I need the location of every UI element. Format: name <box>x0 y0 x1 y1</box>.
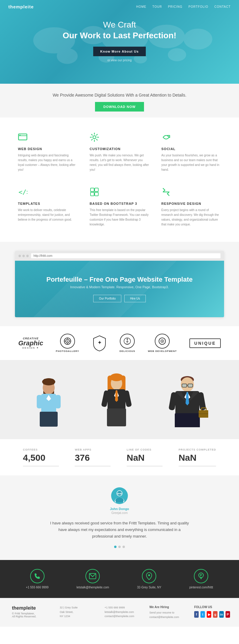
social-pinterest[interactable]: P <box>226 611 230 618</box>
nav-contact[interactable]: CONTACT <box>214 5 231 8</box>
svg-rect-31 <box>37 395 42 408</box>
responsive-icon <box>161 187 221 199</box>
testimonial-dot-3[interactable] <box>122 546 125 548</box>
svg-rect-62 <box>117 493 119 494</box>
svg-point-61 <box>115 498 124 502</box>
hire-us-btn[interactable]: Hire Us <box>124 295 145 302</box>
svg-rect-52 <box>175 413 200 427</box>
features-section: WEB DESIGN Intriguing web designs and fa… <box>0 117 239 242</box>
svg-text:✦: ✦ <box>97 340 102 346</box>
portfolio-section: http://frittt.com Portefeuille – Free On… <box>0 242 239 326</box>
pinterest-icon: P <box>194 569 208 583</box>
svg-rect-6 <box>95 188 98 192</box>
browser-frame: http://frittt.com Portefeuille – Free On… <box>15 251 224 317</box>
portfolio-buttons: Our Portfolio Hire Us <box>24 295 215 302</box>
testimonial-dots <box>30 546 209 548</box>
feature-social: SOCIAL As your business flourishes, we g… <box>158 129 224 175</box>
nav-tour[interactable]: TOUR <box>152 5 162 8</box>
brand-creative: CREATIVE Graphic DESIGN ✦ <box>18 337 43 349</box>
stat-value-projects: NaN <box>179 453 216 463</box>
brand-photogallery: PHOTOGALLERY <box>56 334 79 352</box>
testimonial-site: Greejat.com <box>30 511 209 515</box>
team-section <box>0 360 239 439</box>
svg-text:P: P <box>200 573 202 577</box>
social-twitter[interactable]: t <box>200 611 205 618</box>
stat-label-webapps: WEB APPS <box>75 448 111 451</box>
location-icon <box>142 569 156 583</box>
svg-rect-7 <box>91 192 94 196</box>
webdev-label: WEB DEVELOPMENT <box>148 350 177 352</box>
browser-bar: http://frittt.com <box>15 251 224 261</box>
social-linkedin[interactable]: in <box>219 611 224 618</box>
social-youtube[interactable]: ▶ <box>207 611 211 618</box>
portfolio-btn[interactable]: Our Portfolio <box>93 295 121 302</box>
stat-value-coffees: 4,500 <box>23 453 59 463</box>
nav-pricing[interactable]: PRICING <box>168 5 183 8</box>
stat-label-loc: LINE OF CODES <box>127 448 163 451</box>
feature-desc-responsive: Every project begins with a round of res… <box>161 208 221 227</box>
contact-email-label: letstalk@thempleite.com <box>76 586 109 589</box>
contact-email: letstalk@thempleite.com <box>76 569 109 589</box>
footer-address-text: 32 | Grey SuiteOak Street,NY 1234 <box>60 605 96 618</box>
browser-dot-1 <box>19 255 21 257</box>
svg-rect-32 <box>55 395 61 408</box>
tagline-text: We Provide Awesome Digital Solutions Wit… <box>12 93 227 97</box>
testimonial-section: John Dongo Greejat.com I have always rec… <box>0 475 239 560</box>
svg-rect-39 <box>107 408 126 426</box>
web-design-icon <box>18 132 78 144</box>
hero-content: We Craft Our Work to Last Perfection! Kn… <box>63 19 177 62</box>
social-facebook[interactable]: f <box>194 611 199 618</box>
contact-phone: +1 555 666 9999 <box>26 569 48 589</box>
feature-title-responsive: RESPONSIVE DESIGN <box>161 202 221 205</box>
webdev-icon <box>155 334 170 349</box>
feature-customization: CUSTOMIZATION We push. We make you nervo… <box>87 129 152 175</box>
browser-url: http://frittt.com <box>31 253 220 258</box>
browser-dot-2 <box>22 255 25 257</box>
brands-section: CREATIVE Graphic DESIGN ✦ PHOTOGALLERY ✦… <box>0 326 239 360</box>
nav-logo: thempleite <box>8 4 34 9</box>
testimonial-text: I have always received good service from… <box>48 520 191 540</box>
brand-unique: UNIQUE <box>189 338 220 348</box>
stat-label-coffees: COFFEES <box>23 448 59 451</box>
hero-headline: We Craft Our Work to Last Perfection! <box>63 19 177 41</box>
footer-hiring-text: Send your resume tocontact@thempleite.co… <box>149 611 185 619</box>
hero-pricing-link[interactable]: or view our pricing <box>63 59 177 62</box>
avatar-woman1 <box>31 376 67 427</box>
footer-copyright: © Frittt Templateer, All Rights Reserved… <box>12 612 51 618</box>
footer-hiring-title: We Are Hiring <box>149 605 185 609</box>
download-button[interactable]: DOWNLOAD NOW <box>95 102 144 112</box>
social-googleplus[interactable]: g <box>213 611 217 618</box>
svg-point-12 <box>67 341 68 342</box>
stat-label-projects: PROJECTS COMPLETED <box>179 448 216 451</box>
nav-home[interactable]: HOME <box>136 5 146 8</box>
browser-content: Portefeuille – Free One Page Website Tem… <box>15 261 224 317</box>
feature-desc-customization: We push. We make you nervous. We get res… <box>90 153 149 172</box>
svg-point-35 <box>110 373 123 381</box>
feature-desc-bootstrap: This free template is based on the popul… <box>90 208 149 227</box>
feature-title-social: SOCIAL <box>161 147 221 151</box>
bootstrap-icon <box>90 187 149 199</box>
team-member-1 <box>31 376 67 427</box>
tagline-section: We Provide Awesome Digital Solutions Wit… <box>0 84 239 117</box>
svg-rect-30 <box>40 412 58 427</box>
social-icon <box>161 132 221 144</box>
feature-desc-templates: We work to deliver results, celebrate en… <box>18 208 78 222</box>
brand-webdev: WEB DEVELOPMENT <box>148 334 177 352</box>
hero-cta-button[interactable]: Know More About Us <box>93 47 146 56</box>
svg-rect-5 <box>91 188 94 192</box>
nav-portfolio[interactable]: PORTFOLIO <box>189 5 209 8</box>
svg-rect-63 <box>120 493 122 494</box>
contact-phone-label: +1 555 666 9999 <box>26 586 48 589</box>
footer-phone: +1 555 666 9999letstalk@thempleite.comco… <box>105 605 140 618</box>
brand-delicious: DELICIOUS <box>120 334 135 352</box>
testimonial-dot-1[interactable] <box>114 546 117 548</box>
footer-brand: thempleite © Frittt Templateer, All Righ… <box>12 605 51 618</box>
stat-value-loc: NaN <box>127 453 163 463</box>
feature-bootstrap: BASED ON BOOTSTRAP 3 This free template … <box>87 184 152 230</box>
navigation: thempleite HOME TOUR PRICING PORTFOLIO C… <box>0 0 239 13</box>
footer: thempleite © Frittt Templateer, All Righ… <box>0 598 239 627</box>
svg-rect-44 <box>182 384 187 387</box>
testimonial-dot-2[interactable] <box>118 546 121 548</box>
customization-icon <box>90 132 149 144</box>
delicious-label: DELICIOUS <box>120 350 135 352</box>
